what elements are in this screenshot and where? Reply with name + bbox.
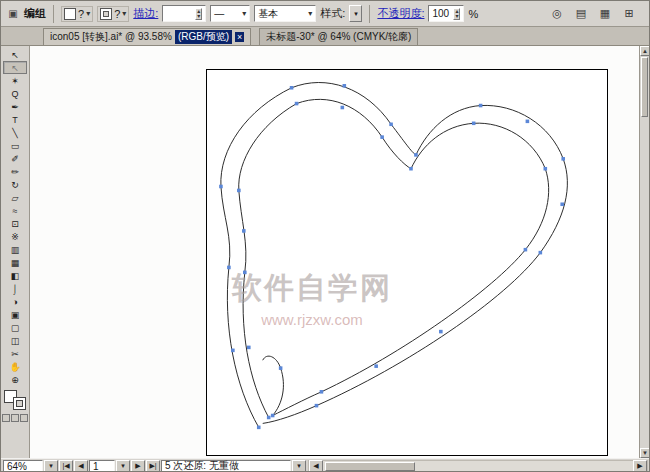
anchor-point[interactable] [247, 346, 251, 350]
pen-tool[interactable]: ✒ [3, 100, 27, 113]
style-dropdown[interactable]: ▾ [349, 5, 362, 22]
color-mode-icon[interactable] [2, 414, 10, 422]
document-tab-untitled30[interactable]: 未标题-30* @ 64% (CMYK/轮廓) [259, 28, 418, 45]
heart-outline-drawing[interactable] [207, 70, 607, 455]
selection-tool[interactable]: ↖ [3, 48, 27, 61]
anchor-point[interactable] [539, 251, 543, 255]
gradient-mode-icon[interactable] [11, 414, 19, 422]
anchor-point[interactable] [231, 349, 235, 353]
live-paint-bucket-tool[interactable]: ▣ [3, 308, 27, 321]
heart-path[interactable] [263, 356, 284, 415]
zoom-level-dropdown[interactable]: 64% [3, 460, 43, 472]
opacity-panel-link[interactable]: 不透明度: [377, 6, 424, 21]
anchor-point[interactable] [544, 167, 548, 171]
scroll-left-icon[interactable]: ◀ [309, 460, 323, 472]
artboard[interactable]: 软件自学网 www.rjzxw.com [206, 69, 608, 456]
align-panel-icon[interactable]: ▤ [572, 5, 590, 23]
status-dropdown[interactable]: 5 次还原: 无重做 [161, 460, 291, 472]
anchor-point[interactable] [315, 404, 319, 408]
anchor-point[interactable] [343, 84, 347, 88]
rectangle-tool[interactable]: ▭ [3, 139, 27, 152]
scale-tool[interactable]: ▱ [3, 191, 27, 204]
anchor-point[interactable] [561, 157, 565, 161]
warp-tool[interactable]: ≈ [3, 204, 27, 217]
status-dropdown-icon[interactable]: ▾ [292, 460, 306, 472]
scroll-down-icon[interactable]: ▼ [640, 448, 649, 458]
page-dropdown-icon[interactable]: ▾ [116, 460, 130, 472]
anchor-point[interactable] [242, 229, 246, 233]
scroll-track[interactable] [640, 118, 649, 448]
anchor-point[interactable] [257, 426, 261, 430]
anchor-point[interactable] [320, 390, 324, 394]
brush-definition-dropdown[interactable]: 基本 ▾ [254, 5, 316, 22]
horizontal-scrollbar[interactable]: ◀ ▶ [308, 460, 648, 472]
vertical-scrollbar[interactable]: ▲ ▼ [639, 46, 649, 458]
fill-color-control[interactable]: ? ▾ [61, 6, 93, 22]
anchor-point[interactable] [279, 366, 283, 370]
close-icon[interactable]: × [235, 32, 244, 42]
slice-tool[interactable]: ◫ [3, 334, 27, 347]
anchor-point[interactable] [295, 102, 299, 106]
scroll-right-icon[interactable]: ▶ [633, 460, 647, 472]
previous-page-button[interactable]: ◀ [74, 460, 88, 472]
page-number-field[interactable]: 1 [89, 460, 115, 472]
anchor-point[interactable] [526, 120, 530, 124]
anchor-point[interactable] [414, 153, 418, 157]
anchor-point[interactable] [380, 135, 384, 139]
graph-tool[interactable]: ▥ [3, 243, 27, 256]
zoom-tool[interactable]: ⊕ [3, 373, 27, 386]
anchor-point[interactable] [560, 202, 564, 206]
more-options-icon[interactable]: ⊞ [620, 5, 638, 23]
spinner-icon[interactable]: ▴▾ [195, 8, 202, 20]
anchor-point[interactable] [290, 86, 294, 90]
live-paint-selection-tool[interactable]: ▢ [3, 321, 27, 334]
none-mode-icon[interactable] [20, 414, 28, 422]
reshape-icon[interactable]: ◎ [548, 5, 566, 23]
spinner-icon[interactable]: ▴▾ [453, 8, 460, 20]
anchor-point[interactable] [219, 185, 223, 189]
vertical-scroll-thumb[interactable] [641, 57, 648, 117]
anchor-point[interactable] [472, 122, 476, 126]
symbol-sprayer-tool[interactable]: ※ [3, 230, 27, 243]
pencil-tool[interactable]: ✏ [3, 165, 27, 178]
fill-stroke-swatches[interactable] [3, 389, 27, 411]
canvas-area[interactable]: 软件自学网 www.rjzxw.com [30, 46, 639, 458]
anchor-point[interactable] [374, 364, 378, 368]
document-tab-icon05[interactable]: icon05 [转换].ai* @ 93.58% (RGB/预览) × [43, 28, 251, 45]
scissors-tool[interactable]: ✂ [3, 347, 27, 360]
stroke-swatch[interactable] [13, 397, 26, 410]
next-page-button[interactable]: ▶ [131, 460, 145, 472]
mesh-tool[interactable]: ▦ [3, 256, 27, 269]
gradient-tool[interactable]: ◧ [3, 269, 27, 282]
anchor-point[interactable] [243, 271, 247, 275]
lasso-tool[interactable]: Q [3, 87, 27, 100]
anchor-point[interactable] [237, 189, 241, 193]
stroke-color-control[interactable]: ? ▾ [97, 6, 129, 22]
stroke-panel-link[interactable]: 描边: [133, 6, 158, 21]
stroke-weight-combo[interactable]: ▴▾ [162, 5, 206, 22]
anchor-point[interactable] [524, 248, 528, 252]
anchor-point[interactable] [409, 167, 413, 171]
type-tool[interactable]: T [3, 113, 27, 126]
last-page-button[interactable]: ▶| [146, 460, 160, 472]
anchor-point[interactable] [439, 330, 443, 334]
anchor-point[interactable] [227, 266, 231, 270]
zoom-dropdown-icon[interactable]: ▾ [44, 460, 58, 472]
anchor-point[interactable] [267, 416, 271, 420]
anchor-point[interactable] [479, 104, 483, 108]
magic-wand-tool[interactable]: ✶ [3, 74, 27, 87]
heart-path[interactable] [239, 99, 549, 417]
first-page-button[interactable]: |◀ [59, 460, 73, 472]
width-profile-dropdown[interactable]: — ▾ [210, 5, 250, 22]
transform-panel-icon[interactable]: ▦ [596, 5, 614, 23]
opacity-combo[interactable]: 100 ▴▾ [428, 5, 464, 22]
anchor-point[interactable] [341, 106, 345, 110]
eyedropper-tool[interactable]: ⌡ [3, 282, 27, 295]
hand-tool[interactable]: ✋ [3, 360, 27, 373]
blend-tool[interactable]: ◑ [3, 295, 27, 308]
line-segment-tool[interactable]: ╲ [3, 126, 27, 139]
paintbrush-tool[interactable]: ✐ [3, 152, 27, 165]
horizontal-scroll-thumb[interactable] [325, 462, 415, 471]
free-transform-tool[interactable]: ⊡ [3, 217, 27, 230]
direct-selection-tool[interactable]: ↖ [3, 61, 27, 74]
